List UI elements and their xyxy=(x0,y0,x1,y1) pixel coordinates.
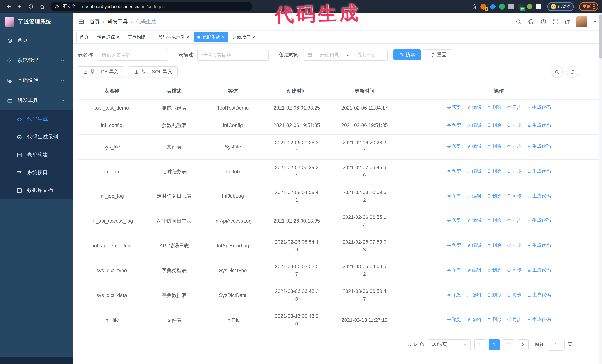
row-action-sync[interactable]: 同步 xyxy=(507,143,521,150)
sidebar-item-codegen[interactable]: 代码生成 xyxy=(0,110,73,128)
row-action-delete[interactable]: 删除 xyxy=(487,192,501,200)
row-action-preview[interactable]: 预览 xyxy=(447,242,462,249)
sidebar-item-system-mgmt[interactable]: 系统管理 xyxy=(0,50,73,70)
row-action-delete[interactable]: 删除 xyxy=(487,122,501,129)
row-action-sync[interactable]: 同步 xyxy=(507,217,521,224)
row-action-edit[interactable]: 编辑 xyxy=(467,242,481,249)
ext-dark-icon[interactable]: on xyxy=(517,3,524,10)
prev-page-button[interactable] xyxy=(474,339,485,350)
sidebar-item-infrastructure[interactable]: 基础设施 xyxy=(0,70,73,90)
breadcrumb-item[interactable]: 首页 xyxy=(90,18,100,25)
sidebar-item-system-api[interactable]: 系统接口 xyxy=(0,164,73,181)
sidebar-item-codegen-example[interactable]: 代码生成示例 xyxy=(0,128,73,146)
tab-codegen-example[interactable]: 代码生成示例× xyxy=(155,32,193,42)
row-action-edit[interactable]: 编辑 xyxy=(467,192,481,200)
row-action-preview[interactable]: 预览 xyxy=(447,267,462,274)
row-action-generate-code[interactable]: 生成代码 xyxy=(527,143,551,150)
tab-tracing[interactable]: 链路追踪× xyxy=(94,32,122,42)
table-desc-input[interactable] xyxy=(197,49,269,61)
row-action-generate-code[interactable]: 生成代码 xyxy=(527,192,551,200)
bookmark-star-icon[interactable] xyxy=(469,2,479,11)
close-tab-icon[interactable]: × xyxy=(147,35,150,39)
user-avatar[interactable] xyxy=(576,16,587,27)
row-action-generate-code[interactable]: 生成代码 xyxy=(527,291,551,299)
row-action-preview[interactable]: 预览 xyxy=(447,104,462,111)
close-tab-icon[interactable]: × xyxy=(187,35,189,39)
sidebar-item-db-doc[interactable]: 数据库文档 xyxy=(0,181,73,199)
row-action-delete[interactable]: 删除 xyxy=(487,167,501,175)
font-size-icon[interactable]: tT xyxy=(565,19,570,25)
forward-icon[interactable] xyxy=(15,2,24,11)
row-action-sync[interactable]: 同步 xyxy=(507,316,521,323)
sidebar-item-dev-tools[interactable]: 研发工具 xyxy=(0,90,73,110)
close-tab-icon[interactable]: × xyxy=(222,35,225,39)
import-db-button[interactable]: 基于 DB 导入 xyxy=(78,66,124,77)
row-action-edit[interactable]: 编辑 xyxy=(467,217,481,224)
github-icon[interactable] xyxy=(528,19,534,25)
next-page-button[interactable] xyxy=(517,339,528,350)
help-icon[interactable] xyxy=(540,19,547,25)
browser-update-button[interactable]: 更新 xyxy=(579,2,598,11)
ext-grid-icon[interactable] xyxy=(508,3,514,10)
row-action-edit[interactable]: 编辑 xyxy=(467,291,481,299)
row-action-preview[interactable]: 预览 xyxy=(447,167,462,175)
toggle-search-button[interactable] xyxy=(551,66,563,78)
end-date-placeholder[interactable]: 结束日期 xyxy=(356,52,376,58)
row-action-generate-code[interactable]: 生成代码 xyxy=(527,122,551,129)
browser-profile-chip[interactable]: ☺ 已暂停 xyxy=(547,2,574,11)
ext-orange-icon[interactable]: 1 xyxy=(481,3,486,10)
row-action-edit[interactable]: 编辑 xyxy=(467,316,481,323)
refresh-table-button[interactable] xyxy=(566,66,578,78)
row-action-edit[interactable]: 编辑 xyxy=(467,122,481,129)
row-action-sync[interactable]: 同步 xyxy=(507,122,521,129)
sidebar-item-form-builder[interactable]: 表单构建 xyxy=(0,146,73,164)
row-action-delete[interactable]: 删除 xyxy=(487,267,501,274)
row-action-preview[interactable]: 预览 xyxy=(447,316,462,323)
browser-menu-icon[interactable] xyxy=(593,4,595,9)
date-range-picker[interactable]: 开始日期 - 结束日期 xyxy=(303,49,387,61)
page-size-select[interactable]: 10条/页 xyxy=(428,339,471,350)
row-action-generate-code[interactable]: 生成代码 xyxy=(527,217,551,224)
row-action-delete[interactable]: 删除 xyxy=(487,316,501,323)
tab-system-api[interactable]: 系统接口× xyxy=(230,32,258,42)
home-icon[interactable] xyxy=(37,2,47,11)
row-action-sync[interactable]: 同步 xyxy=(507,192,521,200)
reset-button[interactable]: 重置 xyxy=(425,49,452,60)
page-button-2[interactable]: 2 xyxy=(503,339,514,350)
menu-collapse-icon[interactable] xyxy=(78,19,85,25)
tab-form-builder[interactable]: 表单构建× xyxy=(124,32,153,42)
row-action-preview[interactable]: 预览 xyxy=(447,217,462,224)
row-action-preview[interactable]: 预览 xyxy=(447,291,462,299)
scrollbar-thumb[interactable] xyxy=(599,14,602,59)
row-action-sync[interactable]: 同步 xyxy=(507,167,521,175)
row-action-generate-code[interactable]: 生成代码 xyxy=(527,167,551,175)
row-action-preview[interactable]: 预览 xyxy=(447,143,462,150)
page-button-1[interactable]: 1 xyxy=(488,339,500,350)
address-bar[interactable]: 不安全 dashboard.yudao.iocoder.cn/tool/code… xyxy=(50,2,252,11)
row-action-edit[interactable]: 编辑 xyxy=(467,167,481,175)
close-tab-icon[interactable]: × xyxy=(253,35,255,39)
ext-puzzle-icon[interactable] xyxy=(536,3,542,10)
fullscreen-icon[interactable] xyxy=(553,19,559,25)
table-name-input[interactable] xyxy=(97,49,168,61)
row-action-generate-code[interactable]: 生成代码 xyxy=(527,267,551,274)
ext-green-check-icon[interactable]: ✓ xyxy=(499,3,505,10)
search-button[interactable]: 搜索 xyxy=(393,49,421,60)
breadcrumb-item[interactable]: 研发工具 xyxy=(108,18,128,25)
close-tab-icon[interactable]: × xyxy=(117,35,119,39)
reload-icon[interactable] xyxy=(26,2,36,11)
row-action-preview[interactable]: 预览 xyxy=(447,122,462,129)
row-action-delete[interactable]: 删除 xyxy=(487,217,501,224)
header-search-icon[interactable] xyxy=(516,19,522,25)
row-action-delete[interactable]: 删除 xyxy=(487,143,501,150)
ext-green-bot-icon[interactable] xyxy=(527,3,533,10)
tab-home[interactable]: 首页 xyxy=(76,32,92,42)
row-action-generate-code[interactable]: 生成代码 xyxy=(527,316,551,323)
row-action-generate-code[interactable]: 生成代码 xyxy=(527,242,551,249)
row-action-delete[interactable]: 删除 xyxy=(487,104,501,111)
row-action-sync[interactable]: 同步 xyxy=(507,267,521,274)
row-action-sync[interactable]: 同步 xyxy=(507,242,521,249)
row-action-edit[interactable]: 编辑 xyxy=(467,104,481,111)
row-action-edit[interactable]: 编辑 xyxy=(467,267,481,274)
row-action-delete[interactable]: 删除 xyxy=(487,242,501,249)
